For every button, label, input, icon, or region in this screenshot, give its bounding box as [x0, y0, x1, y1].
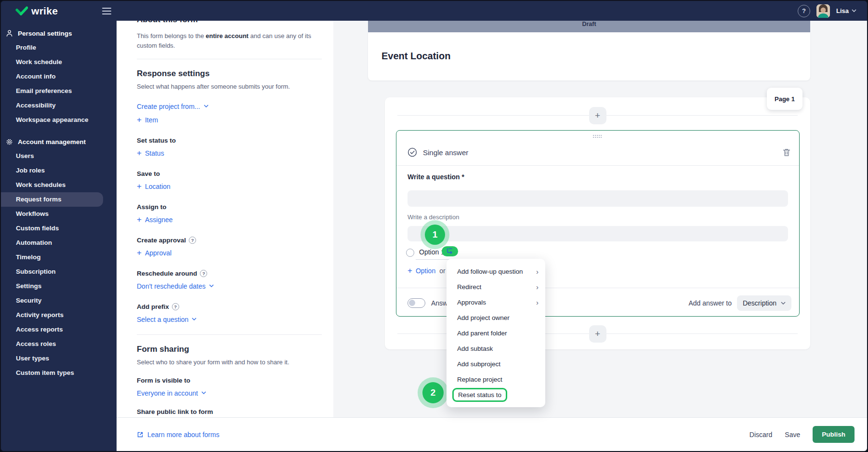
sidebar-item-automation[interactable]: Automation [1, 236, 117, 250]
publish-button[interactable]: Publish [813, 426, 855, 443]
sidebar-section-personal-settings[interactable]: Personal settings [1, 26, 117, 40]
user-menu[interactable]: Lisa [836, 7, 856, 14]
help-icon[interactable]: ? [189, 237, 196, 244]
reschedule-dropdown[interactable]: Don't reschedule dates [137, 282, 214, 290]
sidebar-item-activity-reports[interactable]: Activity reports [1, 308, 117, 322]
response-settings-subtitle: Select what happens after someone submit… [137, 82, 322, 92]
reschedule-around-label: Reschedule around? [137, 270, 322, 277]
sidebar-item-access-roles[interactable]: Access roles [1, 337, 117, 351]
wrike-logo[interactable]: wrike [15, 5, 58, 17]
sidebar-item-request-forms[interactable]: Request forms [1, 192, 103, 207]
sidebar-item-profile[interactable]: Profile [1, 40, 117, 55]
answer-target-dropdown[interactable]: Description [737, 295, 791, 311]
page-tab[interactable]: Page 1 [767, 88, 802, 110]
sidebar-section-account-management[interactable]: Account management [1, 135, 117, 149]
plus-icon: + [137, 183, 142, 190]
add-question-button-top[interactable]: + [589, 107, 606, 124]
assign-to-label: Assign to [137, 203, 322, 211]
save-button[interactable]: Save [785, 431, 800, 439]
question-input[interactable] [408, 190, 788, 207]
single-answer-icon [408, 147, 417, 157]
form-preview-canvas: Draft Event Location Page 1 + Single ans… [333, 21, 867, 417]
form-title[interactable]: Event Location [381, 51, 450, 62]
form-visible-to-label: Form is visible to [137, 377, 322, 384]
sidebar-item-custom-fields[interactable]: Custom fields [1, 221, 117, 236]
add-status-link[interactable]: +Status [137, 149, 164, 157]
person-icon [5, 29, 13, 37]
add-location-link[interactable]: +Location [137, 183, 171, 190]
avatar[interactable] [816, 4, 830, 18]
description-field-label: Write a description [408, 213, 459, 221]
visible-to-dropdown[interactable]: Everyone in account [137, 389, 206, 397]
sidebar-item-work-schedule[interactable]: Work schedule [1, 55, 117, 69]
sidebar-item-security[interactable]: Security [1, 293, 117, 308]
step-badge-1: 1 [421, 220, 449, 249]
draft-status-tab[interactable]: Draft [368, 21, 810, 32]
help-icon[interactable]: ? [200, 270, 207, 277]
form-sharing-title: Form sharing [137, 345, 322, 354]
add-assignee-link[interactable]: +Assignee [137, 216, 173, 224]
footer-bar: Learn more about forms Discard Save Publ… [117, 417, 867, 451]
menu-item-approvals[interactable]: Approvals› [447, 294, 545, 310]
sidebar-item-subscription[interactable]: Subscription [1, 265, 117, 279]
create-project-from-dropdown[interactable]: Create project from... [137, 103, 209, 110]
plus-icon: + [137, 117, 142, 123]
add-item-link[interactable]: +Item [137, 116, 158, 124]
brand-name: wrike [31, 5, 58, 17]
form-sharing-subtitle: Select who to share your form with and h… [137, 358, 322, 367]
help-icon[interactable]: ? [798, 5, 810, 17]
add-question-button-bottom[interactable]: + [589, 325, 606, 343]
add-option-link[interactable]: +Option [408, 266, 435, 276]
sidebar-item-access-reports[interactable]: Access reports [1, 322, 117, 337]
drag-handle-icon[interactable] [593, 135, 603, 139]
menu-item-add-follow-up-question[interactable]: Add follow-up question› [447, 264, 545, 279]
discard-button[interactable]: Discard [750, 431, 772, 439]
menu-item-reset-status-to[interactable]: Reset status to [447, 387, 545, 402]
sidebar-item-user-types[interactable]: User types [1, 351, 117, 366]
description-input[interactable] [408, 226, 788, 241]
settings-sidebar: Personal settings Profile Work schedule … [1, 1, 117, 451]
menu-item-replace-project[interactable]: Replace project [447, 372, 545, 387]
answers-required-toggle[interactable] [408, 298, 425, 308]
sidebar-item-workspace-appearance[interactable]: Workspace appearance [1, 113, 117, 127]
form-settings-panel: About this form This form belongs to the… [117, 21, 333, 417]
menu-item-redirect[interactable]: Redirect› [447, 279, 545, 294]
form-title-card[interactable]: Event Location [368, 32, 810, 80]
step-badge-2: 2 [418, 377, 448, 408]
plus-icon: + [137, 216, 142, 223]
option-label[interactable]: Option 1 [419, 248, 445, 256]
sidebar-item-custom-item-types[interactable]: Custom item types [1, 366, 117, 380]
sidebar-item-email-preferences[interactable]: Email preferences [1, 84, 117, 98]
sidebar-item-settings[interactable]: Settings [1, 279, 117, 293]
learn-more-link[interactable]: Learn more about forms [137, 431, 219, 439]
sidebar-item-job-roles[interactable]: Job roles [1, 163, 117, 178]
select-question-dropdown[interactable]: Select a question [137, 316, 197, 323]
share-public-link-label: Share public link to form [137, 408, 322, 415]
sidebar-item-users[interactable]: Users [1, 149, 117, 163]
chevron-down-icon [192, 318, 197, 321]
submenu-chevron-icon: › [536, 298, 539, 306]
menu-item-add-project-owner[interactable]: Add project owner [447, 310, 545, 325]
plus-icon: + [408, 266, 412, 276]
add-answer-to-label: Add answer to [688, 299, 732, 307]
add-approval-link[interactable]: +Approval [137, 249, 171, 257]
hamburger-menu-icon[interactable] [102, 8, 111, 14]
menu-item-add-parent-folder[interactable]: Add parent folder [447, 325, 545, 341]
sidebar-item-workflows[interactable]: Workflows [1, 207, 117, 221]
plus-icon: + [137, 150, 142, 157]
trash-icon[interactable] [783, 148, 790, 157]
option-radio[interactable] [406, 249, 414, 257]
sidebar-item-account-info[interactable]: Account info [1, 69, 117, 84]
question-type-label: Single answer [423, 148, 468, 157]
sidebar-item-accessibility[interactable]: Accessibility [1, 98, 117, 113]
plus-icon: + [137, 250, 142, 256]
sidebar-item-timelog[interactable]: Timelog [1, 250, 117, 265]
help-icon[interactable]: ? [172, 303, 179, 310]
follow-up-arrows-icon [447, 248, 454, 254]
create-approval-label: Create approval? [137, 237, 322, 244]
sidebar-item-work-schedules[interactable]: Work schedules [1, 178, 117, 192]
menu-item-add-subtask[interactable]: Add subtask [447, 341, 545, 356]
option-context-menu: Add follow-up question› Redirect› Approv… [447, 259, 545, 407]
option-branch-button[interactable] [442, 246, 458, 256]
menu-item-add-subproject[interactable]: Add subproject [447, 356, 545, 372]
